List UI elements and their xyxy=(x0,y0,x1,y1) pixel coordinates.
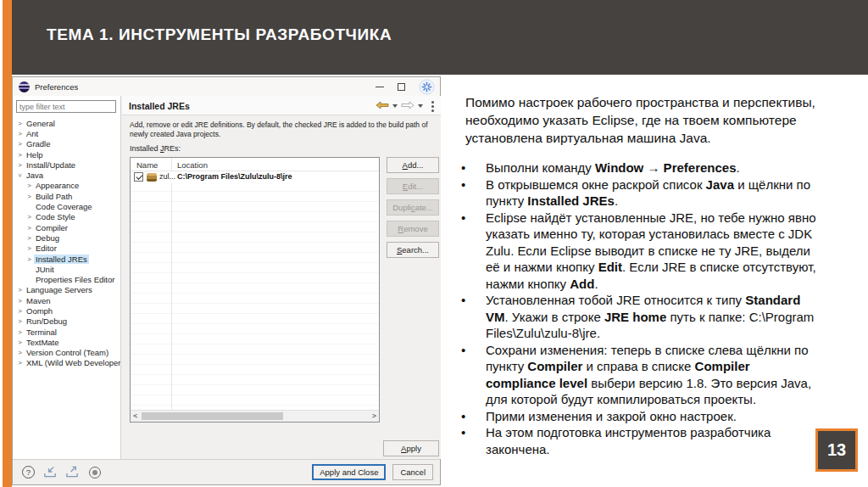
bullet-item: •Установленная тобой JRE относится к тип… xyxy=(459,292,860,342)
jre-row[interactable]: zul...C:\Program Files\Zulu\zulu-8\jre xyxy=(131,171,379,183)
panel-title: Installed JREs xyxy=(129,101,190,111)
tree-item-label: Oomph xyxy=(25,306,54,316)
footer-buttons: Apply and Close Cancel xyxy=(312,464,433,480)
apply-and-close-button[interactable]: Apply and Close xyxy=(312,464,386,480)
view-menu-icon[interactable] xyxy=(431,101,434,104)
tree-chevron-icon[interactable]: > xyxy=(15,130,25,137)
remove-button: Remove xyxy=(387,221,439,237)
tree-chevron-icon[interactable]: > xyxy=(25,182,34,189)
tree-chevron-icon[interactable]: > xyxy=(16,171,24,180)
bullet-marker: • xyxy=(459,424,486,457)
tree-item-language-servers[interactable]: >Language Servers xyxy=(13,285,120,295)
tree-chevron-icon[interactable]: > xyxy=(15,359,25,367)
tree-chevron-icon[interactable]: > xyxy=(15,317,25,325)
tree-item-appearance[interactable]: >Appearance xyxy=(13,181,120,191)
scroll-left-icon[interactable]: < xyxy=(133,411,137,420)
column-header-location[interactable]: Location xyxy=(177,160,208,170)
bullet-text: На этом подготовка инструментов разработ… xyxy=(486,424,821,457)
scrollbar-thumb[interactable] xyxy=(142,412,283,420)
jre-table-header: Name Location xyxy=(131,158,379,171)
tree-item-maven[interactable]: >Maven xyxy=(13,295,120,305)
tree-chevron-icon[interactable]: > xyxy=(25,244,34,252)
bullet-marker: • xyxy=(459,342,486,408)
tree-item-gradle[interactable]: >Gradle xyxy=(13,139,120,149)
tree-item-label: XML (Wild Web Developer) xyxy=(25,358,120,367)
forward-icon[interactable] xyxy=(401,101,415,111)
tree-item-label: Code Coverage xyxy=(34,202,94,211)
tree-chevron-icon[interactable]: > xyxy=(25,224,34,232)
help-icon[interactable]: ? xyxy=(21,465,36,479)
export-icon[interactable] xyxy=(65,465,80,479)
bullet-marker: • xyxy=(459,408,486,425)
tree-item-xml-wild-web-developer[interactable]: >XML (Wild Web Developer) xyxy=(13,358,120,368)
bullet-item: •Прими изменения и закрой окно настроек. xyxy=(459,408,860,425)
minimize-icon[interactable] xyxy=(376,87,384,87)
window-titlebar[interactable]: Preferences xyxy=(13,77,440,96)
tree-item-terminal[interactable]: >Terminal xyxy=(13,327,120,337)
tree-chevron-icon[interactable]: > xyxy=(25,255,34,263)
tree-item-properties-files-editor[interactable]: Properties Files Editor xyxy=(13,274,120,284)
tree-item-label: Properties Files Editor xyxy=(34,275,116,284)
window-title: Preferences xyxy=(35,82,78,92)
filter-input[interactable] xyxy=(16,100,116,113)
forward-menu-caret-icon[interactable] xyxy=(418,104,423,108)
column-header-name[interactable]: Name xyxy=(136,160,158,170)
tree-item-label: Appearance xyxy=(34,181,81,190)
tree-chevron-icon[interactable]: > xyxy=(15,151,25,159)
tree-item-editor[interactable]: >Editor xyxy=(13,244,120,254)
search-button[interactable]: Search... xyxy=(387,242,439,258)
tree-chevron-icon[interactable]: > xyxy=(15,297,25,305)
tree-item-install-update[interactable]: >Install/Update xyxy=(13,160,120,170)
slide: ТЕМА 1. ИНСТРУМЕНТЫ РАЗРАБОТЧИКА Prefere… xyxy=(0,0,868,487)
cancel-button[interactable]: Cancel xyxy=(392,464,433,480)
jre-checkbox[interactable] xyxy=(134,172,143,182)
tree-item-junit[interactable]: JUnit xyxy=(13,264,120,274)
tree-item-compiler[interactable]: >Compiler xyxy=(13,222,120,232)
tree-item-build-path[interactable]: >Build Path xyxy=(13,191,120,201)
tree-item-label: Debug xyxy=(34,233,61,243)
bullet-text: Сохрани изменения: теперь в списке слева… xyxy=(486,342,821,408)
tree-chevron-icon[interactable]: > xyxy=(25,234,34,242)
capture-badge-icon[interactable] xyxy=(419,79,435,95)
bullet-text: Установленная тобой JRE относится к типу… xyxy=(486,292,821,342)
tree-chevron-icon[interactable]: > xyxy=(15,339,25,346)
tree-item-textmate[interactable]: >TextMate xyxy=(13,337,120,347)
tree-chevron-icon[interactable]: > xyxy=(15,140,25,148)
tree-item-ant[interactable]: >Ant xyxy=(13,128,120,138)
tree-chevron-icon[interactable]: > xyxy=(25,193,34,200)
tree-chevron-icon[interactable]: > xyxy=(15,120,25,127)
panel-description: Add, remove or edit JRE definitions. By … xyxy=(130,120,435,139)
tree-item-version-control-team[interactable]: >Version Control (Team) xyxy=(13,348,120,358)
installed-jres-panel: Installed JREs Add, remove or edit JRE d… xyxy=(122,96,441,459)
tree-item-installed-jres[interactable]: >Installed JREs xyxy=(13,254,120,264)
tree-item-debug[interactable]: >Debug xyxy=(13,232,120,243)
tree-item-code-style[interactable]: >Code Style xyxy=(13,212,120,222)
back-menu-caret-icon[interactable] xyxy=(392,104,398,108)
tree-chevron-icon[interactable]: > xyxy=(15,286,25,294)
record-icon[interactable] xyxy=(87,465,102,479)
tree-item-help[interactable]: >Help xyxy=(13,149,120,160)
tree-item-oomph[interactable]: >Oomph xyxy=(13,305,120,316)
add-button[interactable]: Add... xyxy=(387,157,439,173)
import-icon[interactable] xyxy=(43,465,58,479)
dialog-footer: ? Apply and Close Cancel xyxy=(13,459,440,484)
tree-chevron-icon[interactable]: > xyxy=(25,213,34,221)
tree-chevron-icon[interactable]: > xyxy=(15,328,25,336)
tree-item-label: Java xyxy=(25,171,45,180)
tree-item-java[interactable]: >Java xyxy=(13,170,120,180)
back-icon[interactable] xyxy=(376,101,389,111)
horizontal-scrollbar[interactable]: < > xyxy=(131,410,379,422)
tree-chevron-icon[interactable]: > xyxy=(15,349,25,356)
apply-button[interactable]: Apply xyxy=(383,440,439,456)
tree-chevron-icon[interactable]: > xyxy=(15,307,25,315)
tree-chevron-icon[interactable]: > xyxy=(15,161,25,169)
panel-nav xyxy=(376,96,436,115)
slide-title: ТЕМА 1. ИНСТРУМЕНТЫ РАЗРАБОТЧИКА xyxy=(47,25,392,44)
scroll-right-icon[interactable]: > xyxy=(372,411,376,420)
tree-item-label: Language Servers xyxy=(25,285,94,294)
tree-item-code-coverage[interactable]: Code Coverage xyxy=(13,201,120,211)
maximize-icon[interactable] xyxy=(398,83,405,91)
bullet-item: •На этом подготовка инструментов разрабо… xyxy=(459,424,860,457)
tree-item-run-debug[interactable]: >Run/Debug xyxy=(13,316,120,327)
tree-item-general[interactable]: >General xyxy=(13,118,120,128)
